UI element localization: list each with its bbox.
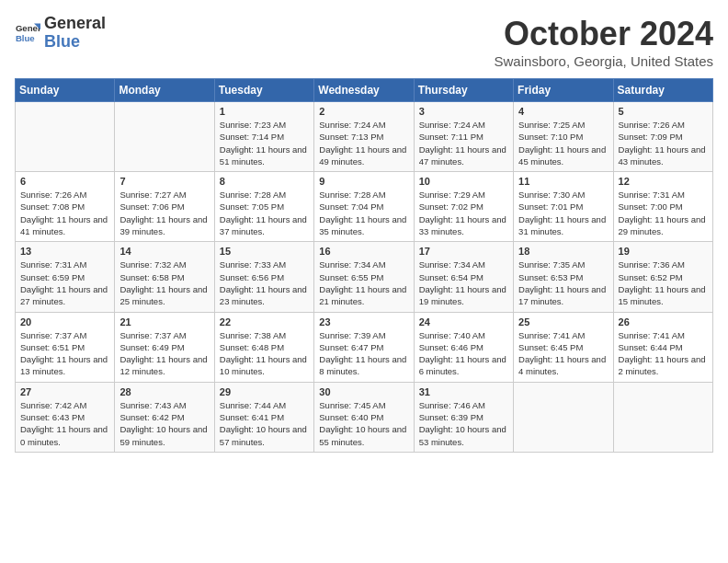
sunrise-label: Sunrise: 7:40 AM	[419, 330, 485, 340]
sunset-label: Sunset: 7:02 PM	[419, 201, 483, 212]
daylight-label: Daylight: 11 hours and 10 minutes.	[220, 354, 307, 376]
day-number: 25	[518, 316, 608, 327]
sunset-label: Sunset: 7:09 PM	[619, 132, 683, 142]
sunset-label: Sunset: 6:44 PM	[619, 342, 683, 352]
day-number: 10	[419, 176, 508, 187]
daylight-label: Daylight: 11 hours and 39 minutes.	[119, 214, 207, 236]
day-number: 13	[20, 246, 109, 257]
day-info: Sunrise: 7:41 AMSunset: 6:44 PMDaylight:…	[619, 329, 708, 378]
daylight-label: Daylight: 11 hours and 23 minutes.	[220, 284, 307, 306]
calendar-cell: 3Sunrise: 7:24 AMSunset: 7:11 PMDaylight…	[414, 102, 513, 172]
sunset-label: Sunset: 6:40 PM	[319, 412, 383, 422]
calendar-cell: 25Sunrise: 7:41 AMSunset: 6:45 PMDayligh…	[514, 312, 613, 382]
day-info: Sunrise: 7:26 AMSunset: 7:09 PMDaylight:…	[619, 119, 708, 167]
sunrise-label: Sunrise: 7:46 AM	[419, 400, 485, 410]
daylight-label: Daylight: 10 hours and 53 minutes.	[419, 424, 506, 446]
day-number: 21	[119, 316, 209, 327]
calendar-cell: 18Sunrise: 7:35 AMSunset: 6:53 PMDayligh…	[514, 242, 613, 312]
calendar-cell	[115, 102, 214, 172]
day-number: 24	[419, 316, 508, 327]
sunset-label: Sunset: 7:00 PM	[619, 201, 683, 212]
daylight-label: Daylight: 11 hours and 51 minutes.	[220, 144, 307, 167]
sunset-label: Sunset: 6:46 PM	[419, 342, 483, 352]
calendar-header-wednesday: Wednesday	[314, 79, 414, 102]
calendar-cell: 21Sunrise: 7:37 AMSunset: 6:49 PMDayligh…	[115, 312, 214, 382]
calendar-cell	[613, 382, 712, 452]
daylight-label: Daylight: 11 hours and 15 minutes.	[619, 284, 706, 306]
sunset-label: Sunset: 6:56 PM	[220, 272, 284, 282]
day-number: 15	[220, 246, 309, 257]
day-number: 22	[220, 316, 309, 327]
sunrise-label: Sunrise: 7:26 AM	[20, 190, 86, 200]
day-number: 31	[419, 386, 508, 397]
calendar-cell: 6Sunrise: 7:26 AMSunset: 7:08 PMDaylight…	[16, 172, 115, 242]
sunrise-label: Sunrise: 7:38 AM	[220, 330, 286, 340]
day-info: Sunrise: 7:42 AMSunset: 6:43 PMDaylight:…	[20, 399, 109, 448]
day-info: Sunrise: 7:34 AMSunset: 6:54 PMDaylight:…	[419, 259, 508, 307]
day-number: 26	[619, 316, 708, 327]
daylight-label: Daylight: 11 hours and 45 minutes.	[518, 144, 606, 167]
sunset-label: Sunset: 6:42 PM	[119, 412, 184, 422]
calendar-cell: 16Sunrise: 7:34 AMSunset: 6:55 PMDayligh…	[314, 242, 414, 312]
daylight-label: Daylight: 10 hours and 57 minutes.	[220, 424, 307, 446]
calendar-cell: 13Sunrise: 7:31 AMSunset: 6:59 PMDayligh…	[16, 242, 115, 312]
day-info: Sunrise: 7:24 AMSunset: 7:13 PMDaylight:…	[319, 119, 408, 167]
sunset-label: Sunset: 7:01 PM	[518, 201, 583, 212]
sunrise-label: Sunrise: 7:30 AM	[518, 190, 585, 200]
daylight-label: Daylight: 11 hours and 41 minutes.	[20, 214, 108, 236]
day-info: Sunrise: 7:32 AMSunset: 6:58 PMDaylight:…	[119, 259, 209, 307]
calendar-cell: 15Sunrise: 7:33 AMSunset: 6:56 PMDayligh…	[214, 242, 313, 312]
calendar-cell: 30Sunrise: 7:45 AMSunset: 6:40 PMDayligh…	[314, 382, 414, 452]
day-number: 11	[518, 176, 608, 187]
day-number: 3	[419, 106, 508, 117]
daylight-label: Daylight: 11 hours and 33 minutes.	[419, 214, 506, 236]
sunrise-label: Sunrise: 7:24 AM	[319, 120, 385, 130]
calendar-cell: 14Sunrise: 7:32 AMSunset: 6:58 PMDayligh…	[115, 242, 214, 312]
calendar-cell	[514, 382, 613, 452]
calendar-cell: 2Sunrise: 7:24 AMSunset: 7:13 PMDaylight…	[314, 102, 414, 172]
day-info: Sunrise: 7:25 AMSunset: 7:10 PMDaylight:…	[518, 119, 608, 167]
sunrise-label: Sunrise: 7:26 AM	[619, 120, 685, 130]
sunset-label: Sunset: 7:13 PM	[319, 132, 383, 142]
day-number: 14	[119, 246, 209, 257]
sunrise-label: Sunrise: 7:29 AM	[419, 190, 485, 200]
day-number: 12	[619, 176, 708, 187]
day-info: Sunrise: 7:27 AMSunset: 7:06 PMDaylight:…	[119, 189, 209, 237]
sunrise-label: Sunrise: 7:31 AM	[20, 259, 86, 270]
logo-line2: Blue	[44, 33, 106, 52]
calendar-cell: 17Sunrise: 7:34 AMSunset: 6:54 PMDayligh…	[414, 242, 513, 312]
day-info: Sunrise: 7:36 AMSunset: 6:52 PMDaylight:…	[619, 259, 708, 307]
day-number: 19	[619, 246, 708, 257]
sunrise-label: Sunrise: 7:34 AM	[319, 259, 385, 270]
sunset-label: Sunset: 6:49 PM	[119, 342, 184, 352]
sunrise-label: Sunrise: 7:24 AM	[419, 120, 485, 130]
sunrise-label: Sunrise: 7:33 AM	[220, 259, 286, 270]
day-info: Sunrise: 7:40 AMSunset: 6:46 PMDaylight:…	[419, 329, 508, 378]
sunrise-label: Sunrise: 7:34 AM	[419, 259, 485, 270]
calendar-cell: 9Sunrise: 7:28 AMSunset: 7:04 PMDaylight…	[314, 172, 414, 242]
day-number: 8	[220, 176, 309, 187]
calendar-cell: 20Sunrise: 7:37 AMSunset: 6:51 PMDayligh…	[16, 312, 115, 382]
calendar-body: 1Sunrise: 7:23 AMSunset: 7:14 PMDaylight…	[16, 102, 713, 453]
sunset-label: Sunset: 7:06 PM	[119, 201, 184, 212]
day-number: 4	[518, 106, 608, 117]
daylight-label: Daylight: 11 hours and 19 minutes.	[419, 284, 506, 306]
day-number: 30	[319, 386, 408, 397]
day-info: Sunrise: 7:39 AMSunset: 6:47 PMDaylight:…	[319, 329, 408, 378]
day-info: Sunrise: 7:44 AMSunset: 6:41 PMDaylight:…	[220, 399, 309, 448]
sunrise-label: Sunrise: 7:28 AM	[220, 190, 286, 200]
calendar-header-sunday: Sunday	[16, 79, 115, 102]
calendar-cell: 4Sunrise: 7:25 AMSunset: 7:10 PMDaylight…	[514, 102, 613, 172]
day-number: 18	[518, 246, 608, 257]
daylight-label: Daylight: 11 hours and 0 minutes.	[20, 424, 108, 446]
sunrise-label: Sunrise: 7:25 AM	[518, 120, 585, 130]
daylight-label: Daylight: 11 hours and 47 minutes.	[419, 144, 506, 167]
sunset-label: Sunset: 6:39 PM	[419, 412, 483, 422]
calendar-header-friday: Friday	[514, 79, 613, 102]
sunset-label: Sunset: 7:11 PM	[419, 132, 483, 142]
calendar-cell	[16, 102, 115, 172]
daylight-label: Daylight: 11 hours and 12 minutes.	[119, 354, 207, 376]
sunrise-label: Sunrise: 7:41 AM	[619, 330, 685, 340]
day-info: Sunrise: 7:28 AMSunset: 7:05 PMDaylight:…	[220, 189, 309, 237]
daylight-label: Daylight: 10 hours and 55 minutes.	[319, 424, 406, 446]
